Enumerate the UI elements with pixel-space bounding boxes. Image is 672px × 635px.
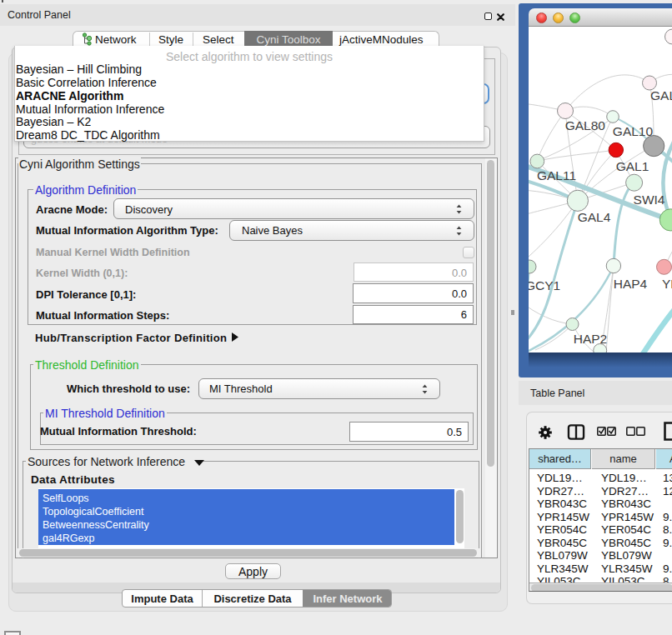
svg-text:YE: YE	[662, 277, 672, 291]
svg-text:GAL10: GAL10	[613, 124, 654, 138]
svg-text:GCY1: GCY1	[529, 278, 560, 292]
svg-text:GAL7: GAL7	[650, 88, 672, 102]
svg-text:SWI4: SWI4	[634, 192, 665, 207]
svg-text:GAL4: GAL4	[578, 210, 611, 224]
svg-text:GAL1: GAL1	[616, 159, 649, 173]
svg-text:GAL11: GAL11	[537, 168, 576, 182]
svg-text:HAP2: HAP2	[574, 332, 608, 346]
svg-text:HAP4: HAP4	[614, 277, 648, 291]
svg-text:GAL80: GAL80	[565, 118, 606, 132]
